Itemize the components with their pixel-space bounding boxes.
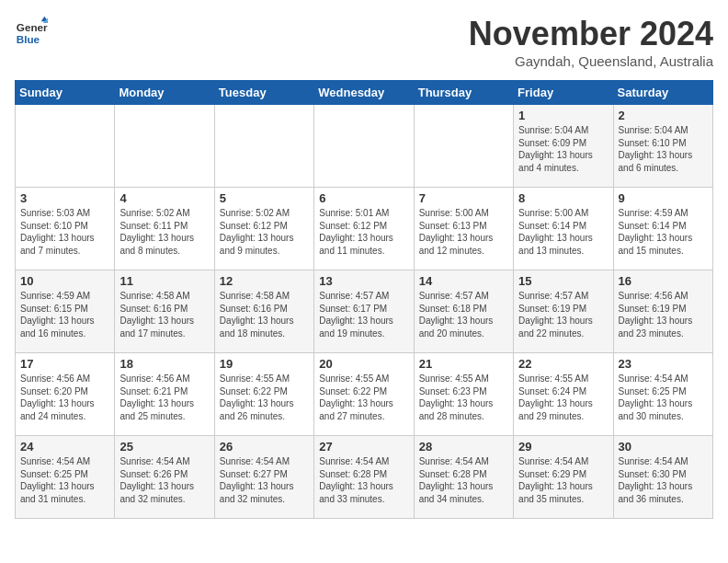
- month-title: November 2024: [469, 15, 713, 53]
- day-info: Sunrise: 5:04 AM Sunset: 6:10 PM Dayligh…: [619, 124, 708, 174]
- day-number: 28: [419, 440, 508, 454]
- title-block: November 2024 Gayndah, Queensland, Austr…: [469, 15, 713, 69]
- day-number: 24: [20, 440, 109, 454]
- day-cell: [115, 105, 214, 188]
- day-number: 22: [518, 357, 608, 371]
- day-cell: 7Sunrise: 5:00 AM Sunset: 6:13 PM Daylig…: [414, 188, 513, 270]
- day-info: Sunrise: 4:54 AM Sunset: 6:25 PM Dayligh…: [619, 373, 708, 422]
- day-info: Sunrise: 4:58 AM Sunset: 6:16 PM Dayligh…: [220, 290, 309, 339]
- day-number: 19: [220, 357, 309, 371]
- week-row-1: 1Sunrise: 5:04 AM Sunset: 6:09 PM Daylig…: [16, 105, 713, 188]
- day-cell: [414, 105, 513, 188]
- week-row-4: 17Sunrise: 4:56 AM Sunset: 6:20 PM Dayli…: [16, 353, 713, 436]
- day-number: 18: [119, 357, 209, 371]
- svg-text:Blue: Blue: [17, 33, 40, 45]
- day-info: Sunrise: 4:55 AM Sunset: 6:23 PM Dayligh…: [419, 373, 508, 422]
- day-info: Sunrise: 4:57 AM Sunset: 6:17 PM Dayligh…: [319, 290, 408, 339]
- day-cell: 20Sunrise: 4:55 AM Sunset: 6:22 PM Dayli…: [314, 353, 414, 436]
- day-cell: 13Sunrise: 4:57 AM Sunset: 6:17 PM Dayli…: [314, 270, 414, 353]
- day-cell: 11Sunrise: 4:58 AM Sunset: 6:16 PM Dayli…: [115, 270, 214, 353]
- day-cell: 24Sunrise: 4:54 AM Sunset: 6:25 PM Dayli…: [16, 436, 115, 519]
- day-info: Sunrise: 5:02 AM Sunset: 6:12 PM Dayligh…: [220, 207, 309, 257]
- day-number: 10: [20, 274, 109, 288]
- day-number: 25: [119, 440, 209, 454]
- day-cell: 10Sunrise: 4:59 AM Sunset: 6:15 PM Dayli…: [16, 270, 115, 353]
- day-number: 23: [619, 357, 708, 371]
- col-header-friday: Friday: [514, 81, 613, 105]
- day-cell: 1Sunrise: 5:04 AM Sunset: 6:09 PM Daylig…: [514, 105, 613, 188]
- day-info: Sunrise: 5:02 AM Sunset: 6:11 PM Dayligh…: [119, 207, 209, 257]
- day-info: Sunrise: 4:56 AM Sunset: 6:20 PM Dayligh…: [20, 373, 109, 422]
- day-info: Sunrise: 4:58 AM Sunset: 6:16 PM Dayligh…: [119, 290, 209, 339]
- header-row: SundayMondayTuesdayWednesdayThursdayFrid…: [16, 81, 713, 105]
- logo: General Blue: [15, 15, 48, 48]
- logo-icon: General Blue: [15, 15, 48, 48]
- day-cell: 27Sunrise: 4:54 AM Sunset: 6:28 PM Dayli…: [314, 436, 414, 519]
- day-info: Sunrise: 4:54 AM Sunset: 6:29 PM Dayligh…: [518, 455, 608, 505]
- day-number: 26: [220, 440, 309, 454]
- day-number: 5: [220, 191, 309, 205]
- day-cell: 28Sunrise: 4:54 AM Sunset: 6:28 PM Dayli…: [414, 436, 513, 519]
- day-info: Sunrise: 5:04 AM Sunset: 6:09 PM Dayligh…: [518, 124, 608, 174]
- day-info: Sunrise: 5:01 AM Sunset: 6:12 PM Dayligh…: [319, 207, 408, 257]
- day-cell: 30Sunrise: 4:54 AM Sunset: 6:30 PM Dayli…: [613, 436, 712, 519]
- day-cell: 4Sunrise: 5:02 AM Sunset: 6:11 PM Daylig…: [115, 188, 214, 270]
- day-cell: 18Sunrise: 4:56 AM Sunset: 6:21 PM Dayli…: [115, 353, 214, 436]
- day-info: Sunrise: 4:59 AM Sunset: 6:14 PM Dayligh…: [619, 207, 708, 257]
- day-info: Sunrise: 4:57 AM Sunset: 6:18 PM Dayligh…: [419, 290, 508, 339]
- day-info: Sunrise: 4:54 AM Sunset: 6:28 PM Dayligh…: [419, 455, 508, 505]
- day-cell: 9Sunrise: 4:59 AM Sunset: 6:14 PM Daylig…: [613, 188, 712, 270]
- day-cell: 17Sunrise: 4:56 AM Sunset: 6:20 PM Dayli…: [16, 353, 115, 436]
- day-info: Sunrise: 4:56 AM Sunset: 6:19 PM Dayligh…: [619, 290, 708, 339]
- day-info: Sunrise: 4:54 AM Sunset: 6:28 PM Dayligh…: [319, 455, 408, 505]
- day-info: Sunrise: 4:57 AM Sunset: 6:19 PM Dayligh…: [518, 290, 608, 339]
- day-info: Sunrise: 4:54 AM Sunset: 6:27 PM Dayligh…: [220, 455, 309, 505]
- col-header-saturday: Saturday: [613, 81, 712, 105]
- day-number: 20: [319, 357, 408, 371]
- week-row-2: 3Sunrise: 5:03 AM Sunset: 6:10 PM Daylig…: [16, 188, 713, 270]
- col-header-thursday: Thursday: [414, 81, 513, 105]
- day-number: 17: [20, 357, 109, 371]
- day-cell: 21Sunrise: 4:55 AM Sunset: 6:23 PM Dayli…: [414, 353, 513, 436]
- day-number: 30: [619, 440, 708, 454]
- day-cell: [214, 105, 313, 188]
- day-info: Sunrise: 4:54 AM Sunset: 6:25 PM Dayligh…: [20, 455, 109, 505]
- day-info: Sunrise: 4:54 AM Sunset: 6:26 PM Dayligh…: [119, 455, 209, 505]
- day-cell: 2Sunrise: 5:04 AM Sunset: 6:10 PM Daylig…: [613, 105, 712, 188]
- day-cell: 6Sunrise: 5:01 AM Sunset: 6:12 PM Daylig…: [314, 188, 414, 270]
- day-info: Sunrise: 4:59 AM Sunset: 6:15 PM Dayligh…: [20, 290, 109, 339]
- day-cell: 25Sunrise: 4:54 AM Sunset: 6:26 PM Dayli…: [115, 436, 214, 519]
- day-number: 11: [119, 274, 209, 288]
- day-info: Sunrise: 5:00 AM Sunset: 6:14 PM Dayligh…: [518, 207, 608, 257]
- day-info: Sunrise: 4:56 AM Sunset: 6:21 PM Dayligh…: [119, 373, 209, 422]
- day-number: 9: [619, 191, 708, 205]
- day-cell: 3Sunrise: 5:03 AM Sunset: 6:10 PM Daylig…: [16, 188, 115, 270]
- day-cell: 8Sunrise: 5:00 AM Sunset: 6:14 PM Daylig…: [514, 188, 613, 270]
- day-number: 14: [419, 274, 508, 288]
- day-number: 3: [20, 191, 109, 205]
- day-cell: 14Sunrise: 4:57 AM Sunset: 6:18 PM Dayli…: [414, 270, 513, 353]
- day-cell: 5Sunrise: 5:02 AM Sunset: 6:12 PM Daylig…: [214, 188, 313, 270]
- day-info: Sunrise: 5:00 AM Sunset: 6:13 PM Dayligh…: [419, 207, 508, 257]
- col-header-tuesday: Tuesday: [214, 81, 313, 105]
- day-cell: [16, 105, 115, 188]
- day-info: Sunrise: 5:03 AM Sunset: 6:10 PM Dayligh…: [20, 207, 109, 257]
- day-number: 15: [518, 274, 608, 288]
- day-number: 29: [518, 440, 608, 454]
- day-cell: 15Sunrise: 4:57 AM Sunset: 6:19 PM Dayli…: [514, 270, 613, 353]
- day-number: 1: [518, 109, 608, 122]
- day-number: 16: [619, 274, 708, 288]
- week-row-3: 10Sunrise: 4:59 AM Sunset: 6:15 PM Dayli…: [16, 270, 713, 353]
- day-cell: 23Sunrise: 4:54 AM Sunset: 6:25 PM Dayli…: [613, 353, 712, 436]
- col-header-sunday: Sunday: [16, 81, 115, 105]
- location-subtitle: Gayndah, Queensland, Australia: [469, 53, 713, 69]
- col-header-monday: Monday: [115, 81, 214, 105]
- week-row-5: 24Sunrise: 4:54 AM Sunset: 6:25 PM Dayli…: [16, 436, 713, 519]
- day-number: 21: [419, 357, 508, 371]
- day-info: Sunrise: 4:54 AM Sunset: 6:30 PM Dayligh…: [619, 455, 708, 505]
- day-number: 27: [319, 440, 408, 454]
- col-header-wednesday: Wednesday: [314, 81, 414, 105]
- day-number: 8: [518, 191, 608, 205]
- calendar-table: SundayMondayTuesdayWednesdayThursdayFrid…: [15, 80, 713, 519]
- day-cell: 26Sunrise: 4:54 AM Sunset: 6:27 PM Dayli…: [214, 436, 313, 519]
